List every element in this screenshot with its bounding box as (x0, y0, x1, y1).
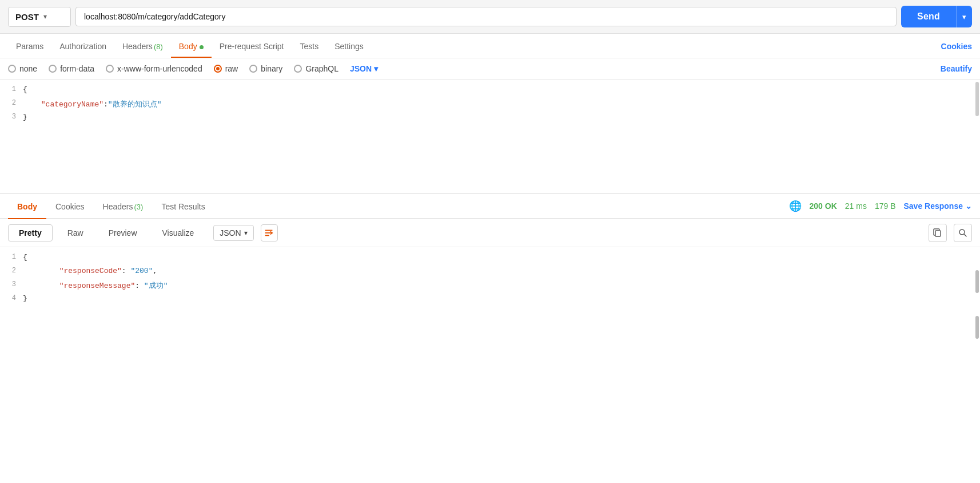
body-options-row: none form-data x-www-form-urlencoded raw… (0, 58, 980, 80)
editor-scrollbar[interactable] (975, 82, 979, 116)
resp-headers-badge: (3) (134, 203, 144, 211)
save-response-button[interactable]: Save Response ⌄ (904, 201, 973, 211)
resp-line-num-4: 4 (0, 293, 23, 302)
resp-line-content-2: "responseCode": "200", (23, 266, 980, 275)
resp-line-content-1: { (23, 252, 980, 262)
json-format-selector[interactable]: JSON ▾ (350, 64, 378, 73)
subtab-pretty[interactable]: Pretty (8, 224, 53, 242)
tab-pre-request[interactable]: Pre-request Script (212, 34, 292, 58)
wrap-icon (264, 228, 274, 238)
option-x-www-form-urlencoded[interactable]: x-www-form-urlencoded (106, 64, 202, 73)
tab-headers[interactable]: Headers(8) (114, 34, 171, 58)
response-tabs-row: Body Cookies Headers(3) Test Results 🌐 2… (0, 194, 980, 219)
tab-settings[interactable]: Settings (326, 34, 372, 58)
resp-scrollbar-top[interactable] (975, 270, 979, 293)
resp-scrollbar-bottom[interactable] (975, 316, 979, 339)
radio-form-data[interactable] (49, 65, 57, 73)
copy-response-button[interactable] (929, 224, 947, 242)
option-graphql[interactable]: GraphQL (294, 64, 338, 73)
search-icon (958, 228, 967, 237)
option-raw[interactable]: raw (214, 64, 238, 73)
resp-format-select[interactable]: JSON ▾ (213, 225, 253, 241)
resp-time: 21 ms (845, 201, 867, 211)
line-num-3: 3 (0, 112, 23, 121)
resp-tab-test-results[interactable]: Test Results (152, 194, 214, 218)
send-button-wrap: Send ▾ (901, 6, 972, 27)
resp-line-4: 4 } (0, 292, 980, 306)
beautify-button[interactable]: Beautify (941, 64, 972, 73)
resp-line-2: 2 "responseCode": "200", (0, 264, 980, 278)
request-tabs-row: Params Authorization Headers(8) Body Pre… (0, 34, 980, 58)
svg-line-5 (964, 234, 966, 236)
subtab-visualize[interactable]: Visualize (152, 225, 205, 241)
req-line-3: 3 } (0, 110, 980, 124)
globe-icon: 🌐 (789, 200, 802, 212)
resp-line-1: 1 { (0, 251, 980, 264)
resp-subtabs-row: Pretty Raw Preview Visualize JSON ▾ (0, 219, 980, 247)
method-chevron-icon: ▾ (43, 13, 47, 21)
line-content-3: } (23, 112, 980, 121)
resp-tab-body[interactable]: Body (8, 194, 46, 218)
subtab-preview[interactable]: Preview (98, 225, 148, 241)
tab-authorization[interactable]: Authorization (51, 34, 114, 58)
line-num-2: 2 (0, 98, 23, 107)
req-line-2: 2 "categoryName":"散养的知识点" (0, 97, 980, 110)
headers-badge: (8) (154, 42, 163, 51)
line-content-2: "categoryName":"散养的知识点" (23, 98, 980, 109)
cookies-link[interactable]: Cookies (941, 34, 972, 58)
radio-x-www[interactable] (106, 65, 114, 73)
wrap-lines-button[interactable] (261, 224, 278, 242)
response-code-editor: 1 { 2 "responseCode": "200", 3 "response… (0, 247, 980, 350)
resp-meta: 🌐 200 OK 21 ms 179 B Save Response ⌄ (789, 200, 972, 212)
radio-graphql[interactable] (294, 65, 302, 73)
search-response-button[interactable] (954, 224, 972, 242)
method-label: POST (15, 12, 39, 22)
resp-format-chevron: ▾ (244, 229, 248, 237)
editor-area: 1 { 2 "categoryName":"散养的知识点" 3 } (0, 80, 980, 185)
resp-line-content-3: "responseMessage": "成功" (23, 279, 980, 291)
send-button[interactable]: Send (901, 6, 956, 27)
resp-line-num-1: 1 (0, 252, 23, 261)
line-num-1: 1 (0, 84, 23, 93)
status-badge: 200 OK (810, 201, 837, 211)
send-dropdown-button[interactable]: ▾ (956, 6, 972, 27)
radio-raw[interactable] (214, 65, 222, 73)
tab-params[interactable]: Params (8, 34, 51, 58)
option-form-data[interactable]: form-data (49, 64, 94, 73)
tab-body[interactable]: Body (171, 34, 212, 58)
subtab-raw[interactable]: Raw (57, 225, 94, 241)
option-binary[interactable]: binary (249, 64, 282, 73)
method-select[interactable]: POST ▾ (8, 7, 71, 27)
req-line-1: 1 { (0, 83, 980, 97)
resp-line-num-2: 2 (0, 266, 23, 275)
copy-icon (933, 228, 942, 237)
radio-none[interactable] (8, 65, 16, 73)
resp-tab-cookies[interactable]: Cookies (46, 194, 94, 218)
resp-line-content-4: } (23, 293, 980, 303)
resp-line-3: 3 "responseMessage": "成功" (0, 278, 980, 292)
option-none[interactable]: none (8, 64, 37, 73)
top-bar: POST ▾ Send ▾ (0, 0, 980, 34)
url-input-wrap[interactable] (75, 7, 897, 26)
tab-tests[interactable]: Tests (292, 34, 327, 58)
svg-rect-3 (935, 231, 941, 236)
resp-tab-headers[interactable]: Headers(3) (94, 194, 153, 218)
line-content-1: { (23, 84, 980, 94)
resp-size: 179 B (875, 201, 896, 211)
body-dot (200, 45, 204, 49)
radio-binary[interactable] (249, 65, 257, 73)
resp-line-num-3: 3 (0, 279, 23, 288)
response-section: Body Cookies Headers(3) Test Results 🌐 2… (0, 194, 980, 350)
request-code-editor[interactable]: 1 { 2 "categoryName":"散养的知识点" 3 } (0, 80, 980, 194)
url-input[interactable] (84, 12, 888, 21)
